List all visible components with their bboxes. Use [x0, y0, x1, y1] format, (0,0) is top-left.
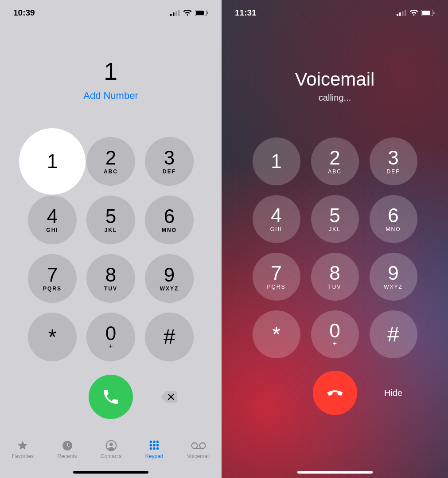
svg-point-18 — [156, 447, 159, 450]
svg-rect-23 — [399, 12, 401, 16]
key-4[interactable]: 4GHI — [253, 195, 300, 243]
home-indicator[interactable] — [73, 471, 148, 474]
phone-keypad-screen: 10:39 1 Add Number 1 2ABC 3DEF 4GHI 5JKL… — [0, 0, 222, 478]
key-9[interactable]: 9WXYZ — [145, 254, 194, 303]
keypad: 1 2ABC 3DEF 4GHI 5JKL 6MNO 7PQRS 8TUV 9W… — [0, 137, 222, 361]
svg-rect-24 — [402, 11, 404, 16]
add-number-link[interactable]: Add Number — [0, 90, 222, 102]
key-5[interactable]: 5JKL — [86, 196, 135, 244]
hide-button[interactable]: Hide — [370, 388, 417, 398]
clock-icon — [61, 440, 74, 451]
wifi-icon — [409, 10, 418, 16]
status-time: 10:39 — [13, 8, 35, 18]
tab-label: Favorites — [12, 453, 34, 459]
keypad: 1 2ABC 3DEF 4GHI 5JKL 6MNO 7PQRS 8TUV 9W… — [222, 137, 448, 358]
svg-point-13 — [150, 444, 152, 447]
svg-point-10 — [150, 441, 152, 443]
key-2[interactable]: 2ABC — [311, 137, 359, 185]
key-2[interactable]: 2ABC — [86, 137, 135, 186]
key-hash[interactable]: # — [145, 313, 194, 361]
key-8[interactable]: 8TUV — [86, 254, 135, 303]
status-bar: 10:39 — [0, 0, 222, 26]
svg-rect-2 — [175, 11, 177, 16]
person-icon — [105, 440, 117, 451]
svg-rect-28 — [434, 12, 435, 14]
display-area: 1 Add Number — [0, 57, 222, 102]
svg-point-15 — [156, 444, 159, 447]
key-8[interactable]: 8TUV — [311, 253, 359, 301]
key-5[interactable]: 5JKL — [311, 195, 359, 243]
phone-down-icon — [325, 383, 345, 403]
backspace-icon — [160, 390, 178, 404]
battery-icon — [195, 10, 208, 16]
svg-point-11 — [153, 441, 156, 443]
key-0[interactable]: 0+ — [311, 310, 359, 358]
tab-label: Contacts — [101, 453, 121, 459]
key-hash[interactable]: # — [370, 310, 417, 358]
key-1[interactable]: 1 — [253, 137, 300, 185]
star-icon — [16, 440, 29, 451]
entered-number: 1 — [0, 57, 222, 86]
call-title: Voicemail — [222, 69, 448, 90]
key-6[interactable]: 6MNO — [145, 196, 194, 244]
key-star[interactable]: * — [253, 310, 300, 358]
status-icons — [397, 10, 435, 16]
svg-rect-0 — [170, 14, 172, 16]
home-indicator[interactable] — [297, 471, 373, 474]
key-1[interactable]: 1 — [28, 137, 77, 186]
key-6[interactable]: 6MNO — [370, 195, 417, 243]
svg-point-9 — [109, 443, 113, 447]
svg-rect-27 — [422, 11, 430, 15]
phone-calling-screen: 11:31 Voicemail calling... 1 2ABC 3DEF 4… — [222, 0, 448, 478]
tab-favorites[interactable]: Favorites — [12, 440, 34, 459]
end-call-button[interactable] — [313, 371, 357, 415]
key-star[interactable]: * — [28, 313, 77, 361]
delete-button[interactable] — [158, 389, 180, 405]
svg-point-16 — [150, 447, 152, 450]
status-bar: 11:31 — [222, 0, 448, 26]
wifi-icon — [183, 10, 192, 16]
svg-rect-22 — [397, 14, 398, 16]
tab-recents[interactable]: Recents — [58, 440, 77, 459]
call-header: Voicemail calling... — [222, 69, 448, 103]
key-3[interactable]: 3DEF — [370, 137, 417, 185]
svg-point-19 — [191, 443, 197, 449]
status-time: 11:31 — [235, 8, 257, 18]
svg-rect-1 — [173, 12, 175, 16]
action-row: Hide — [222, 371, 448, 415]
tab-contacts[interactable]: Contacts — [101, 440, 121, 459]
tab-keypad[interactable]: Keypad — [145, 440, 164, 459]
key-7[interactable]: 7PQRS — [253, 253, 300, 301]
key-4[interactable]: 4GHI — [28, 196, 77, 244]
svg-point-17 — [153, 447, 156, 450]
svg-point-12 — [156, 441, 159, 443]
action-row — [0, 375, 222, 419]
cellular-icon — [397, 10, 406, 16]
svg-rect-25 — [405, 10, 406, 16]
call-button[interactable] — [89, 375, 133, 419]
svg-rect-6 — [207, 12, 208, 14]
tab-label: Voicemail — [187, 453, 210, 459]
svg-point-14 — [153, 444, 156, 447]
key-0[interactable]: 0+ — [86, 313, 135, 361]
voicemail-icon — [191, 440, 206, 451]
svg-rect-3 — [178, 10, 180, 16]
call-status: calling... — [222, 93, 448, 103]
phone-icon — [101, 388, 120, 406]
svg-point-20 — [199, 443, 205, 449]
svg-rect-5 — [196, 11, 204, 15]
cellular-icon — [170, 10, 180, 16]
tab-voicemail[interactable]: Voicemail — [187, 440, 210, 459]
battery-icon — [421, 10, 435, 16]
key-7[interactable]: 7PQRS — [28, 254, 77, 303]
tab-label: Keypad — [145, 453, 164, 459]
status-icons — [170, 10, 208, 16]
tab-label: Recents — [58, 453, 77, 459]
key-3[interactable]: 3DEF — [145, 137, 194, 186]
key-9[interactable]: 9WXYZ — [370, 253, 417, 301]
keypad-icon — [148, 440, 160, 451]
